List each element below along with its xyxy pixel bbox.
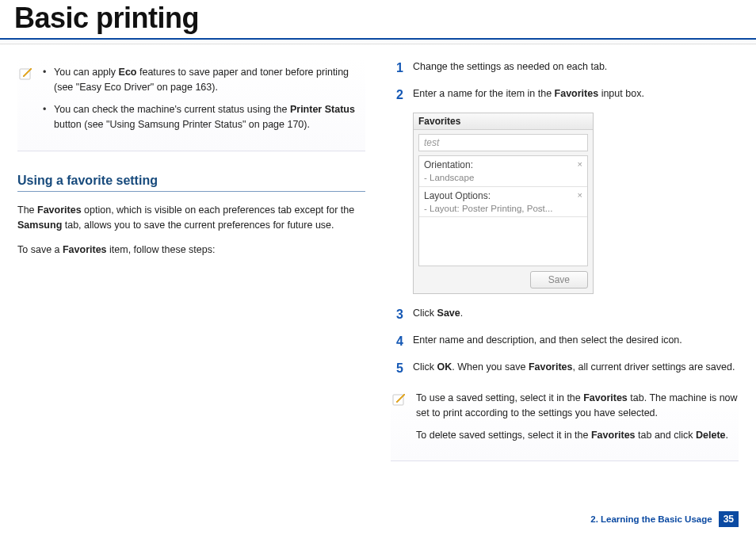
note-item-eco: You can apply Eco features to save paper… — [43, 65, 365, 96]
panel-row-label: Orientation: — [424, 159, 473, 170]
step-number: 2 — [391, 86, 403, 105]
save-button[interactable]: Save — [530, 271, 588, 289]
step-text: Click Save. — [413, 305, 739, 324]
close-icon[interactable]: × — [578, 189, 582, 201]
page-number: 35 — [719, 511, 739, 527]
note-body: To use a saved setting, select it in the… — [416, 391, 739, 449]
favorites-panel: Favorites test Orientation: × - Landscap… — [413, 113, 594, 294]
page-title: Basic printing — [14, 2, 756, 35]
step-3: 3 Click Save. — [391, 305, 739, 324]
step-number: 1 — [391, 59, 403, 78]
panel-row-value: - Layout: Poster Printing, Post... — [424, 204, 552, 213]
header-underline — [0, 38, 756, 44]
step-text: Enter name and description, and then sel… — [413, 332, 739, 351]
favorites-panel-title: Favorites — [414, 113, 593, 130]
panel-row-value: - Landscape — [424, 173, 474, 182]
content-columns: You can apply Eco features to save paper… — [0, 49, 756, 483]
step-2: 2 Enter a name for the item in the Favor… — [391, 86, 739, 105]
section-heading-favorite: Using a favorite setting — [17, 174, 365, 192]
note-item-status: You can check the machine's current stat… — [43, 102, 365, 133]
step-text: Change the settings as needed on each ta… — [413, 59, 739, 78]
note-box-use-saved: To use a saved setting, select it in the… — [391, 389, 739, 461]
note-body: You can apply Eco features to save paper… — [43, 65, 365, 139]
page-header: Basic printing — [0, 0, 756, 38]
favorites-name-input[interactable]: test — [418, 134, 588, 151]
step-5: 5 Click OK. When you save Favorites, all… — [391, 359, 739, 378]
note-use-saved: To use a saved setting, select it in the… — [416, 391, 739, 422]
favorites-settings-list: Orientation: × - Landscape Layout Option… — [418, 155, 588, 266]
step-1: 1 Change the settings as needed on each … — [391, 59, 739, 78]
step-4: 4 Enter name and description, and then s… — [391, 332, 739, 351]
step-text: Enter a name for the item in the Favorit… — [413, 86, 739, 105]
step-number: 5 — [391, 359, 403, 378]
note-delete-saved: To delete saved settings, select it in t… — [416, 428, 739, 443]
favorites-intro: The Favorites option, which is visible o… — [17, 203, 365, 234]
left-column: You can apply Eco features to save paper… — [17, 59, 365, 483]
favorites-panel-footer: Save — [414, 266, 593, 293]
chapter-label: 2. Learning the Basic Usage — [590, 514, 712, 524]
step-number: 4 — [391, 332, 403, 351]
note-icon — [391, 391, 408, 449]
note-icon — [17, 65, 35, 139]
note-box-eco: You can apply Eco features to save paper… — [17, 59, 365, 151]
close-icon[interactable]: × — [578, 159, 582, 170]
right-column: 1 Change the settings as needed on each … — [391, 59, 739, 483]
panel-row-label: Layout Options: — [424, 190, 491, 201]
step-text: Click OK. When you save Favorites, all c… — [413, 359, 739, 378]
panel-row-orientation[interactable]: Orientation: × - Landscape — [419, 156, 587, 187]
step-number: 3 — [391, 305, 403, 324]
page-footer: 2. Learning the Basic Usage 35 — [590, 511, 739, 527]
panel-row-layout[interactable]: Layout Options: × - Layout: Poster Print… — [419, 187, 587, 218]
favorites-steps-intro: To save a Favorites item, follow these s… — [17, 243, 365, 258]
